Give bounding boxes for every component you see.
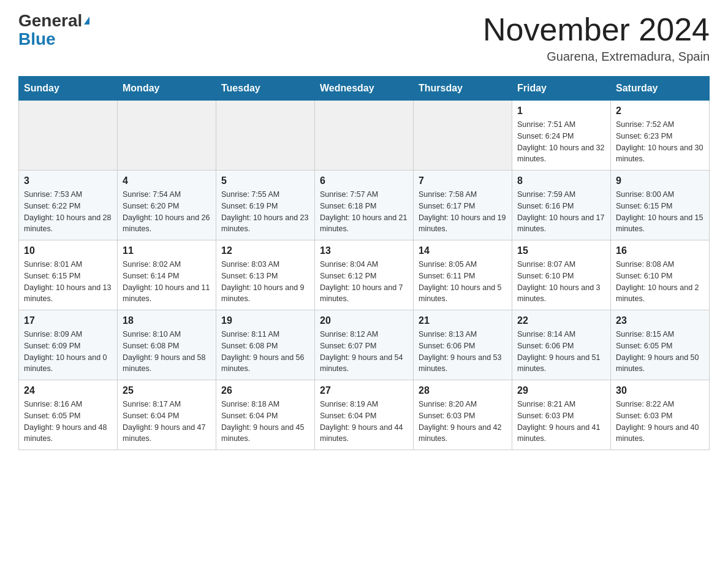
calendar-cell: 5Sunrise: 7:55 AMSunset: 6:19 PMDaylight…	[216, 170, 315, 240]
calendar-cell: 20Sunrise: 8:12 AMSunset: 6:07 PMDayligh…	[315, 310, 414, 380]
day-info: Sunrise: 7:52 AMSunset: 6:23 PMDaylight:…	[616, 119, 704, 165]
day-number: 21	[419, 315, 507, 326]
col-saturday: Saturday	[611, 77, 710, 101]
logo-blue-text: Blue	[18, 31, 56, 48]
col-wednesday: Wednesday	[315, 77, 414, 101]
day-number: 19	[221, 315, 309, 326]
calendar-cell	[315, 101, 414, 170]
month-title: November 2024	[483, 12, 710, 47]
day-number: 28	[419, 385, 507, 396]
day-number: 6	[320, 175, 408, 186]
calendar-cell: 12Sunrise: 8:03 AMSunset: 6:13 PMDayligh…	[216, 240, 315, 310]
day-info: Sunrise: 8:04 AMSunset: 6:12 PMDaylight:…	[320, 259, 408, 305]
calendar-cell: 22Sunrise: 8:14 AMSunset: 6:06 PMDayligh…	[512, 310, 611, 380]
col-monday: Monday	[118, 77, 216, 101]
col-friday: Friday	[512, 77, 611, 101]
day-number: 22	[517, 315, 605, 326]
day-number: 13	[320, 245, 408, 256]
day-info: Sunrise: 8:09 AMSunset: 6:09 PMDaylight:…	[24, 329, 112, 375]
calendar-cell: 11Sunrise: 8:02 AMSunset: 6:14 PMDayligh…	[118, 240, 216, 310]
day-info: Sunrise: 7:59 AMSunset: 6:16 PMDaylight:…	[517, 189, 605, 235]
day-info: Sunrise: 8:02 AMSunset: 6:14 PMDaylight:…	[123, 259, 211, 305]
title-block: November 2024 Guarena, Extremadura, Spai…	[483, 12, 710, 64]
day-info: Sunrise: 8:12 AMSunset: 6:07 PMDaylight:…	[320, 329, 408, 375]
page-header: General Blue November 2024 Guarena, Extr…	[18, 12, 710, 64]
day-number: 2	[616, 105, 704, 117]
day-number: 5	[221, 175, 309, 186]
day-number: 9	[616, 175, 704, 186]
calendar-cell: 29Sunrise: 8:21 AMSunset: 6:03 PMDayligh…	[512, 380, 611, 450]
calendar-cell: 16Sunrise: 8:08 AMSunset: 6:10 PMDayligh…	[611, 240, 710, 310]
calendar-cell: 15Sunrise: 8:07 AMSunset: 6:10 PMDayligh…	[512, 240, 611, 310]
calendar-cell: 13Sunrise: 8:04 AMSunset: 6:12 PMDayligh…	[315, 240, 414, 310]
day-info: Sunrise: 8:10 AMSunset: 6:08 PMDaylight:…	[123, 329, 211, 375]
calendar-cell: 2Sunrise: 7:52 AMSunset: 6:23 PMDaylight…	[611, 101, 710, 170]
day-number: 20	[320, 315, 408, 326]
day-info: Sunrise: 8:19 AMSunset: 6:04 PMDaylight:…	[320, 399, 408, 445]
day-number: 1	[517, 105, 605, 117]
calendar-cell	[414, 101, 512, 170]
day-info: Sunrise: 8:21 AMSunset: 6:03 PMDaylight:…	[517, 399, 605, 445]
day-number: 3	[24, 175, 112, 186]
day-info: Sunrise: 7:55 AMSunset: 6:19 PMDaylight:…	[221, 189, 309, 235]
calendar-cell	[216, 101, 315, 170]
day-info: Sunrise: 7:54 AMSunset: 6:20 PMDaylight:…	[123, 189, 211, 235]
calendar-header-row: Sunday Monday Tuesday Wednesday Thursday…	[19, 77, 710, 101]
col-tuesday: Tuesday	[216, 77, 315, 101]
day-number: 10	[24, 245, 112, 256]
calendar-cell: 17Sunrise: 8:09 AMSunset: 6:09 PMDayligh…	[19, 310, 118, 380]
day-number: 12	[221, 245, 309, 256]
day-info: Sunrise: 8:01 AMSunset: 6:15 PMDaylight:…	[24, 259, 112, 305]
col-sunday: Sunday	[19, 77, 118, 101]
logo: General Blue	[18, 12, 89, 48]
calendar-cell: 28Sunrise: 8:20 AMSunset: 6:03 PMDayligh…	[414, 380, 512, 450]
calendar-cell: 7Sunrise: 7:58 AMSunset: 6:17 PMDaylight…	[414, 170, 512, 240]
day-number: 25	[123, 385, 211, 396]
calendar-cell	[19, 101, 118, 170]
day-number: 11	[123, 245, 211, 256]
day-info: Sunrise: 7:58 AMSunset: 6:17 PMDaylight:…	[419, 189, 507, 235]
day-number: 18	[123, 315, 211, 326]
calendar-cell: 27Sunrise: 8:19 AMSunset: 6:04 PMDayligh…	[315, 380, 414, 450]
day-number: 27	[320, 385, 408, 396]
calendar-cell: 8Sunrise: 7:59 AMSunset: 6:16 PMDaylight…	[512, 170, 611, 240]
day-info: Sunrise: 7:53 AMSunset: 6:22 PMDaylight:…	[24, 189, 112, 235]
calendar-week-row: 10Sunrise: 8:01 AMSunset: 6:15 PMDayligh…	[19, 240, 710, 310]
calendar-cell: 19Sunrise: 8:11 AMSunset: 6:08 PMDayligh…	[216, 310, 315, 380]
calendar-cell: 14Sunrise: 8:05 AMSunset: 6:11 PMDayligh…	[414, 240, 512, 310]
day-info: Sunrise: 8:08 AMSunset: 6:10 PMDaylight:…	[616, 259, 704, 305]
day-info: Sunrise: 8:22 AMSunset: 6:03 PMDaylight:…	[616, 399, 704, 445]
day-number: 15	[517, 245, 605, 256]
calendar-cell: 25Sunrise: 8:17 AMSunset: 6:04 PMDayligh…	[118, 380, 216, 450]
day-number: 26	[221, 385, 309, 396]
calendar-cell	[118, 101, 216, 170]
day-number: 14	[419, 245, 507, 256]
day-info: Sunrise: 8:16 AMSunset: 6:05 PMDaylight:…	[24, 399, 112, 445]
col-thursday: Thursday	[414, 77, 512, 101]
calendar-week-row: 1Sunrise: 7:51 AMSunset: 6:24 PMDaylight…	[19, 101, 710, 170]
day-number: 8	[517, 175, 605, 186]
day-number: 16	[616, 245, 704, 256]
calendar-table: Sunday Monday Tuesday Wednesday Thursday…	[18, 76, 710, 450]
day-info: Sunrise: 8:11 AMSunset: 6:08 PMDaylight:…	[221, 329, 309, 375]
day-info: Sunrise: 8:03 AMSunset: 6:13 PMDaylight:…	[221, 259, 309, 305]
day-number: 23	[616, 315, 704, 326]
day-info: Sunrise: 8:20 AMSunset: 6:03 PMDaylight:…	[419, 399, 507, 445]
calendar-cell: 26Sunrise: 8:18 AMSunset: 6:04 PMDayligh…	[216, 380, 315, 450]
calendar-cell: 4Sunrise: 7:54 AMSunset: 6:20 PMDaylight…	[118, 170, 216, 240]
calendar-cell: 6Sunrise: 7:57 AMSunset: 6:18 PMDaylight…	[315, 170, 414, 240]
day-number: 4	[123, 175, 211, 186]
calendar-week-row: 24Sunrise: 8:16 AMSunset: 6:05 PMDayligh…	[19, 380, 710, 450]
day-info: Sunrise: 8:07 AMSunset: 6:10 PMDaylight:…	[517, 259, 605, 305]
day-info: Sunrise: 8:00 AMSunset: 6:15 PMDaylight:…	[616, 189, 704, 235]
day-info: Sunrise: 8:15 AMSunset: 6:05 PMDaylight:…	[616, 329, 704, 375]
calendar-cell: 23Sunrise: 8:15 AMSunset: 6:05 PMDayligh…	[611, 310, 710, 380]
calendar-cell: 18Sunrise: 8:10 AMSunset: 6:08 PMDayligh…	[118, 310, 216, 380]
calendar-week-row: 3Sunrise: 7:53 AMSunset: 6:22 PMDaylight…	[19, 170, 710, 240]
day-info: Sunrise: 8:14 AMSunset: 6:06 PMDaylight:…	[517, 329, 605, 375]
calendar-cell: 9Sunrise: 8:00 AMSunset: 6:15 PMDaylight…	[611, 170, 710, 240]
day-number: 24	[24, 385, 112, 396]
calendar-cell: 30Sunrise: 8:22 AMSunset: 6:03 PMDayligh…	[611, 380, 710, 450]
day-info: Sunrise: 8:17 AMSunset: 6:04 PMDaylight:…	[123, 399, 211, 445]
location-title: Guarena, Extremadura, Spain	[483, 50, 710, 64]
